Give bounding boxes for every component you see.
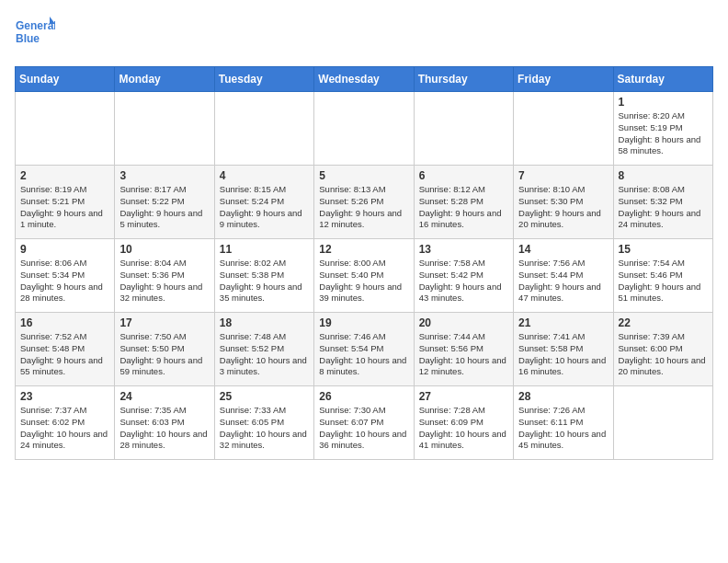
- day-number: 8: [619, 169, 708, 182]
- day-cell: 24Sunrise: 7:35 AM Sunset: 6:03 PM Dayli…: [115, 386, 214, 460]
- col-header-friday: Friday: [514, 67, 613, 92]
- col-header-monday: Monday: [115, 67, 214, 92]
- day-cell: 19Sunrise: 7:46 AM Sunset: 5:54 PM Dayli…: [314, 313, 414, 386]
- day-info: Sunrise: 7:26 AM Sunset: 6:11 PM Dayligh…: [518, 405, 608, 452]
- day-cell: [613, 386, 712, 460]
- day-cell: 5Sunrise: 8:13 AM Sunset: 5:26 PM Daylig…: [314, 166, 414, 239]
- day-number: 23: [20, 390, 109, 403]
- day-info: Sunrise: 7:28 AM Sunset: 6:09 PM Dayligh…: [419, 405, 508, 452]
- day-info: Sunrise: 8:12 AM Sunset: 5:28 PM Dayligh…: [419, 184, 508, 231]
- day-number: 26: [319, 390, 408, 403]
- day-number: 27: [419, 390, 508, 403]
- day-cell: 8Sunrise: 8:08 AM Sunset: 5:32 PM Daylig…: [613, 166, 712, 239]
- day-info: Sunrise: 8:08 AM Sunset: 5:32 PM Dayligh…: [619, 184, 708, 231]
- svg-text:General: General: [16, 19, 55, 32]
- day-number: 13: [419, 243, 508, 256]
- day-info: Sunrise: 7:48 AM Sunset: 5:52 PM Dayligh…: [220, 331, 309, 378]
- day-number: 15: [619, 243, 708, 256]
- day-cell: [314, 92, 414, 166]
- day-info: Sunrise: 7:54 AM Sunset: 5:46 PM Dayligh…: [619, 258, 708, 304]
- day-cell: 12Sunrise: 8:00 AM Sunset: 5:40 PM Dayli…: [314, 239, 414, 313]
- day-cell: [214, 92, 313, 166]
- week-row-4: 16Sunrise: 7:52 AM Sunset: 5:48 PM Dayli…: [16, 313, 713, 386]
- day-number: 16: [20, 316, 109, 329]
- day-cell: 4Sunrise: 8:15 AM Sunset: 5:24 PM Daylig…: [214, 166, 313, 239]
- day-cell: 18Sunrise: 7:48 AM Sunset: 5:52 PM Dayli…: [214, 313, 313, 386]
- day-number: 10: [119, 243, 209, 256]
- day-number: 25: [220, 390, 309, 403]
- day-cell: 27Sunrise: 7:28 AM Sunset: 6:09 PM Dayli…: [414, 386, 513, 460]
- svg-text:Blue: Blue: [16, 32, 40, 45]
- week-row-3: 9Sunrise: 8:06 AM Sunset: 5:34 PM Daylig…: [16, 239, 713, 313]
- day-cell: [514, 92, 613, 166]
- day-info: Sunrise: 8:20 AM Sunset: 5:19 PM Dayligh…: [619, 110, 708, 157]
- day-info: Sunrise: 8:02 AM Sunset: 5:38 PM Dayligh…: [220, 258, 309, 304]
- day-number: 3: [119, 169, 209, 182]
- day-cell: 10Sunrise: 8:04 AM Sunset: 5:36 PM Dayli…: [115, 239, 214, 313]
- day-info: Sunrise: 7:52 AM Sunset: 5:48 PM Dayligh…: [20, 331, 109, 378]
- week-row-2: 2Sunrise: 8:19 AM Sunset: 5:21 PM Daylig…: [16, 166, 713, 239]
- day-cell: 14Sunrise: 7:56 AM Sunset: 5:44 PM Dayli…: [514, 239, 613, 313]
- day-number: 7: [518, 169, 608, 182]
- day-cell: 1Sunrise: 8:20 AM Sunset: 5:19 PM Daylig…: [613, 92, 712, 166]
- day-info: Sunrise: 7:30 AM Sunset: 6:07 PM Dayligh…: [319, 405, 408, 452]
- page-header: General Blue: [15, 15, 713, 55]
- day-number: 21: [518, 316, 608, 329]
- day-info: Sunrise: 8:06 AM Sunset: 5:34 PM Dayligh…: [20, 258, 109, 304]
- day-cell: 13Sunrise: 7:58 AM Sunset: 5:42 PM Dayli…: [414, 239, 513, 313]
- day-info: Sunrise: 7:46 AM Sunset: 5:54 PM Dayligh…: [319, 331, 408, 378]
- col-header-wednesday: Wednesday: [314, 67, 414, 92]
- header-row: SundayMondayTuesdayWednesdayThursdayFrid…: [16, 67, 713, 92]
- day-number: 5: [319, 169, 408, 182]
- day-info: Sunrise: 7:33 AM Sunset: 6:05 PM Dayligh…: [220, 405, 309, 452]
- day-cell: 9Sunrise: 8:06 AM Sunset: 5:34 PM Daylig…: [16, 239, 115, 313]
- day-number: 4: [220, 169, 309, 182]
- day-number: 12: [319, 243, 408, 256]
- day-number: 6: [419, 169, 508, 182]
- day-info: Sunrise: 7:35 AM Sunset: 6:03 PM Dayligh…: [119, 405, 209, 452]
- day-number: 14: [518, 243, 608, 256]
- day-info: Sunrise: 7:44 AM Sunset: 5:56 PM Dayligh…: [419, 331, 508, 378]
- col-header-saturday: Saturday: [613, 67, 712, 92]
- day-cell: 25Sunrise: 7:33 AM Sunset: 6:05 PM Dayli…: [214, 386, 313, 460]
- day-info: Sunrise: 8:17 AM Sunset: 5:22 PM Dayligh…: [119, 184, 209, 231]
- day-cell: 22Sunrise: 7:39 AM Sunset: 6:00 PM Dayli…: [613, 313, 712, 386]
- calendar-table: SundayMondayTuesdayWednesdayThursdayFrid…: [15, 66, 713, 460]
- day-cell: [414, 92, 513, 166]
- day-info: Sunrise: 7:56 AM Sunset: 5:44 PM Dayligh…: [518, 258, 608, 304]
- day-cell: 21Sunrise: 7:41 AM Sunset: 5:58 PM Dayli…: [514, 313, 613, 386]
- day-number: 9: [20, 243, 109, 256]
- day-number: 18: [220, 316, 309, 329]
- day-number: 1: [619, 96, 708, 109]
- day-info: Sunrise: 8:00 AM Sunset: 5:40 PM Dayligh…: [319, 258, 408, 304]
- day-number: 11: [220, 243, 309, 256]
- day-cell: 16Sunrise: 7:52 AM Sunset: 5:48 PM Dayli…: [16, 313, 115, 386]
- day-number: 24: [119, 390, 209, 403]
- day-info: Sunrise: 7:58 AM Sunset: 5:42 PM Dayligh…: [419, 258, 508, 304]
- day-number: 2: [20, 169, 109, 182]
- day-info: Sunrise: 8:15 AM Sunset: 5:24 PM Dayligh…: [220, 184, 309, 231]
- col-header-tuesday: Tuesday: [214, 67, 313, 92]
- day-cell: 3Sunrise: 8:17 AM Sunset: 5:22 PM Daylig…: [115, 166, 214, 239]
- day-cell: 2Sunrise: 8:19 AM Sunset: 5:21 PM Daylig…: [16, 166, 115, 239]
- week-row-5: 23Sunrise: 7:37 AM Sunset: 6:02 PM Dayli…: [16, 386, 713, 460]
- day-number: 28: [518, 390, 608, 403]
- day-info: Sunrise: 7:41 AM Sunset: 5:58 PM Dayligh…: [518, 331, 608, 378]
- day-number: 17: [119, 316, 209, 329]
- day-cell: 20Sunrise: 7:44 AM Sunset: 5:56 PM Dayli…: [414, 313, 513, 386]
- logo: General Blue: [15, 15, 55, 55]
- day-info: Sunrise: 8:04 AM Sunset: 5:36 PM Dayligh…: [119, 258, 209, 304]
- day-number: 22: [619, 316, 708, 329]
- day-cell: 28Sunrise: 7:26 AM Sunset: 6:11 PM Dayli…: [514, 386, 613, 460]
- day-cell: 23Sunrise: 7:37 AM Sunset: 6:02 PM Dayli…: [16, 386, 115, 460]
- week-row-1: 1Sunrise: 8:20 AM Sunset: 5:19 PM Daylig…: [16, 92, 713, 166]
- day-cell: 6Sunrise: 8:12 AM Sunset: 5:28 PM Daylig…: [414, 166, 513, 239]
- col-header-thursday: Thursday: [414, 67, 513, 92]
- day-cell: [115, 92, 214, 166]
- day-info: Sunrise: 7:39 AM Sunset: 6:00 PM Dayligh…: [619, 331, 708, 378]
- day-cell: 17Sunrise: 7:50 AM Sunset: 5:50 PM Dayli…: [115, 313, 214, 386]
- day-info: Sunrise: 8:13 AM Sunset: 5:26 PM Dayligh…: [319, 184, 408, 231]
- day-number: 20: [419, 316, 508, 329]
- day-cell: 7Sunrise: 8:10 AM Sunset: 5:30 PM Daylig…: [514, 166, 613, 239]
- day-cell: 26Sunrise: 7:30 AM Sunset: 6:07 PM Dayli…: [314, 386, 414, 460]
